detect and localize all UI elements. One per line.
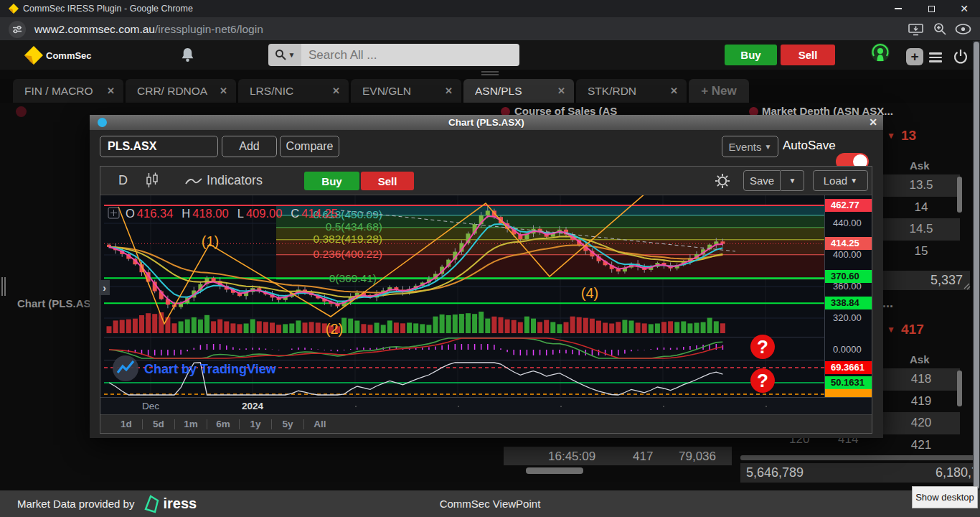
range-6m[interactable]: 6m — [207, 419, 239, 429]
eye-icon[interactable] — [955, 24, 971, 34]
range-all[interactable]: All — [304, 419, 336, 429]
fib-label: 0.382(419.28) — [313, 233, 382, 245]
browser-scrollbar[interactable] — [973, 41, 980, 490]
dialog-titlebar[interactable]: Chart (PLS.ASX) ✕ — [90, 115, 883, 130]
range-buttons: 1d5d1m6m1y5yAll — [100, 414, 872, 433]
chart-sell-button[interactable]: Sell — [361, 172, 414, 190]
power-icon[interactable] — [952, 47, 969, 65]
price-chart[interactable]: 0.618(450.09)0.5(434.68)0.382(419.28)0.2… — [104, 195, 824, 397]
svg-text:Chart by TradingView: Chart by TradingView — [144, 362, 277, 376]
depth-change-value: 13 — [901, 128, 916, 144]
drag-handle-icon[interactable] — [481, 74, 499, 75]
ask-price-row[interactable]: 14.5 — [882, 218, 960, 241]
close-icon[interactable]: ✕ — [220, 85, 227, 96]
close-icon[interactable]: ✕ — [332, 85, 340, 96]
chevron-right-icon[interactable]: › — [99, 280, 110, 295]
range-5d[interactable]: 5d — [143, 419, 174, 429]
close-window-button[interactable]: ✕ — [948, 0, 980, 17]
range-5y[interactable]: 5y — [272, 419, 303, 429]
chart-toolbar: D Indicators Buy Sell Save ▼ Load ▼ — [100, 167, 872, 195]
ask-price-row[interactable]: 418 — [882, 368, 960, 391]
range-1y[interactable]: 1y — [240, 419, 271, 429]
address-bar[interactable]: www2.commsec.com.au/iressplugin-net6/log… — [34, 23, 263, 36]
header-buy-button[interactable]: Buy — [725, 45, 777, 65]
live-assist-icon[interactable] — [870, 42, 891, 68]
scrollbar-thumb[interactable] — [957, 177, 962, 213]
scrollbar-track[interactable] — [740, 455, 977, 460]
close-icon[interactable]: ✕ — [869, 116, 877, 128]
symbol-input[interactable] — [100, 136, 218, 157]
tab-stk-rdn[interactable]: STK/RDN✕ — [576, 79, 687, 103]
install-app-icon[interactable] — [908, 24, 923, 36]
close-icon[interactable]: ✕ — [670, 85, 678, 96]
splitter-handle[interactable] — [4, 277, 6, 296]
ask-price-row[interactable]: 15 — [882, 241, 960, 263]
tab-evn-gln[interactable]: EVN/GLN✕ — [351, 79, 461, 103]
zoom-icon[interactable] — [933, 22, 947, 36]
notification-bell-icon[interactable] — [179, 46, 196, 64]
close-icon[interactable]: ✕ — [445, 85, 453, 96]
interval-button[interactable]: D — [118, 173, 128, 188]
ask-price-row[interactable]: 14 — [882, 197, 960, 219]
url-path: /iressplugin-net6/login — [155, 23, 263, 35]
time-label: 2024 — [242, 401, 263, 411]
search-box: ▼ — [268, 44, 519, 66]
range-1m[interactable]: 1m — [175, 419, 207, 429]
add-button[interactable]: Add — [222, 136, 277, 157]
ask-price-row[interactable]: 421 — [882, 434, 960, 457]
minimize-button[interactable] — [882, 0, 914, 17]
truncated-panel-title: ... — [882, 296, 893, 311]
restore-button[interactable] — [915, 0, 947, 17]
load-dropdown[interactable]: Load ▼ — [813, 170, 868, 191]
gear-icon[interactable] — [714, 172, 731, 190]
show-desktop-tooltip[interactable]: Show desktop — [912, 486, 978, 508]
save-dropdown-arrow[interactable]: ▼ — [781, 170, 804, 191]
compare-button[interactable]: Compare — [280, 136, 339, 157]
status-footer: Market Data provided by iress CommSec Vi… — [0, 490, 980, 517]
ask-price-row[interactable]: 13.5 — [882, 174, 960, 197]
site-info-icon[interactable] — [9, 21, 26, 38]
close-icon[interactable]: ✕ — [107, 85, 115, 96]
svg-text:?: ? — [757, 370, 768, 391]
menu-icon[interactable] — [929, 50, 942, 65]
time-axis[interactable]: Dec2024 — [100, 397, 872, 414]
ask-price-row[interactable]: 420 — [882, 412, 960, 434]
depth-change-value: 417 — [901, 322, 924, 337]
price-axis[interactable]: 462.77440.00414.25400.00370.60360.00338.… — [824, 195, 872, 397]
save-button[interactable]: Save — [743, 170, 781, 191]
events-dropdown[interactable]: Events ▼ — [722, 136, 778, 157]
fib-label: 0.236(400.22) — [313, 248, 382, 260]
candles-style-icon[interactable] — [146, 172, 159, 189]
resize-grip-icon[interactable] — [963, 282, 971, 290]
red-dot-icon — [16, 106, 27, 117]
drag-handle-icon[interactable] — [481, 71, 499, 73]
header-sell-button[interactable]: Sell — [781, 45, 835, 65]
chevron-down-icon: ▼ — [765, 143, 772, 151]
commsec-favicon — [9, 4, 19, 14]
autosave-label: AutoSave — [783, 139, 836, 153]
search-scope-button[interactable]: ▼ — [268, 44, 301, 66]
scrollbar-thumb[interactable] — [957, 371, 962, 406]
tab-asn-pls[interactable]: ASN/PLS✕ — [463, 79, 574, 103]
down-arrow-icon: ▼ — [887, 131, 895, 141]
tab-label: FIN / MACRO — [24, 85, 107, 98]
scrollbar-thumb[interactable] — [974, 42, 979, 489]
tab-crr-rdnoa[interactable]: CRR/ RDNOA✕ — [126, 79, 236, 103]
tab-lrs-nic[interactable]: LRS/NIC✕ — [238, 79, 349, 103]
close-icon[interactable]: ✕ — [557, 85, 565, 96]
chart-buy-button[interactable]: Buy — [304, 172, 359, 190]
splitter-handle[interactable] — [1, 277, 3, 296]
scrollbar-thumb[interactable] — [526, 467, 583, 474]
search-input[interactable] — [301, 44, 519, 66]
range-1d[interactable]: 1d — [110, 419, 142, 429]
tab-fin-macro[interactable]: FIN / MACRO✕ — [13, 79, 123, 103]
ask-price-row[interactable]: 419 — [882, 391, 960, 413]
search-icon — [275, 49, 287, 61]
indicators-button[interactable]: Indicators — [207, 173, 263, 188]
price-badge: 69.3661 — [825, 361, 872, 374]
tab-label: EVN/GLN — [362, 85, 445, 98]
ask-column-header: Ask — [910, 353, 930, 365]
down-arrow-icon: ▼ — [887, 325, 895, 335]
add-widget-icon[interactable]: + — [906, 48, 923, 65]
new-tab-button[interactable]: + New — [689, 79, 749, 103]
